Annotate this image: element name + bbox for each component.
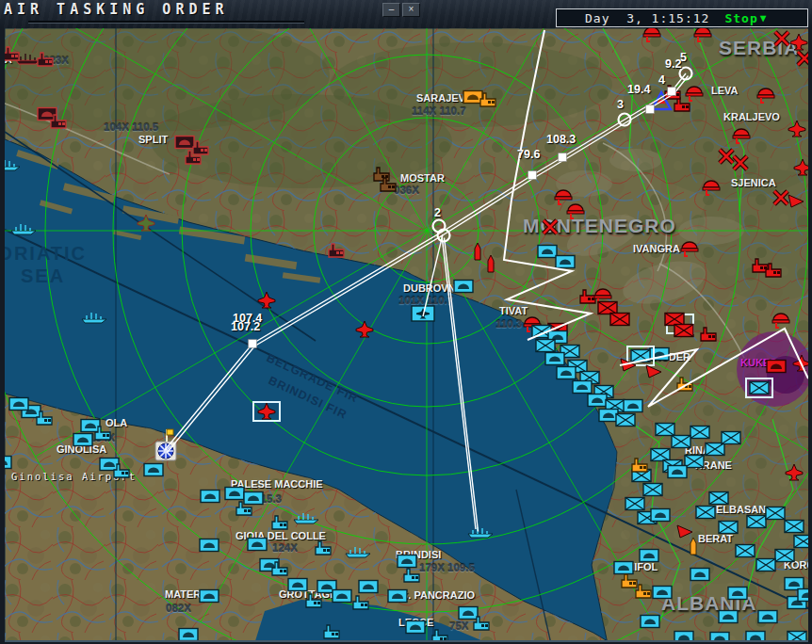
- unit-icon-ftb[interactable]: [412, 306, 434, 321]
- unit-icon-dep[interactable]: [557, 367, 576, 379]
- waypoint-square[interactable]: [668, 88, 676, 96]
- unit-icon-dep[interactable]: [388, 590, 407, 603]
- unit-icon-dep[interactable]: [674, 632, 693, 641]
- unit-icon-hq[interactable]: [756, 559, 775, 572]
- unit-icon-dep[interactable]: [5, 457, 11, 469]
- unit-icon-dep[interactable]: [545, 353, 564, 365]
- unit-icon-dep[interactable]: [201, 491, 219, 503]
- waypoint-square[interactable]: [528, 171, 537, 180]
- unit-icon-dep[interactable]: [640, 550, 658, 562]
- window-title: AIR TASKING ORDER: [4, 1, 229, 18]
- unit-icon-dep[interactable]: [798, 589, 808, 602]
- unit-icon-hq[interactable]: [750, 382, 769, 394]
- unit-icon-hq[interactable]: [785, 521, 804, 533]
- unit-icon-hq[interactable]: [656, 424, 674, 436]
- unit-icon-dep[interactable]: [653, 587, 672, 599]
- unit-icon-dep[interactable]: [333, 590, 351, 603]
- unit-icon-dep[interactable]: [244, 492, 263, 505]
- unit-icon-dep[interactable]: [459, 607, 478, 620]
- unit-icon-dep[interactable]: [710, 633, 729, 641]
- map-viewport[interactable]: SERBIAMONTENEGROALBANIAADRIATICSEABELGRA…: [5, 28, 808, 640]
- map-label: 110.3: [495, 318, 522, 330]
- unit-icon-hq[interactable]: [722, 432, 740, 444]
- map-label: 036X: [394, 185, 419, 196]
- unit-icon-hq[interactable]: [685, 456, 704, 468]
- unit-icon-dep[interactable]: [624, 400, 642, 412]
- sim-clock[interactable]: Day 3, 1:15:12 Stop ▼: [556, 8, 808, 27]
- map-label: S. PANCRAZIO: [401, 589, 475, 601]
- unit-icon-hq[interactable]: [690, 427, 709, 439]
- map-label: IVANGRA: [633, 243, 680, 254]
- waypoint-square[interactable]: [646, 105, 655, 114]
- unit-icon-hq[interactable]: [536, 340, 555, 352]
- unit-icon-dep[interactable]: [599, 410, 618, 422]
- dropdown-arrow-icon[interactable]: ▼: [760, 12, 767, 24]
- unit-icon-dep[interactable]: [767, 361, 786, 373]
- campaign-map[interactable]: SERBIAMONTENEGROALBANIAADRIATICSEABELGRA…: [5, 28, 808, 640]
- unit-icon-hq[interactable]: [788, 632, 806, 641]
- unit-icon-dep[interactable]: [614, 562, 633, 574]
- map-label: MOSTAR: [400, 172, 445, 184]
- minimize-button[interactable]: –: [382, 3, 400, 17]
- unit-icon-dep[interactable]: [668, 466, 687, 478]
- unit-icon-dep[interactable]: [758, 611, 777, 623]
- waypoint-label: 108.3: [546, 133, 576, 146]
- unit-icon-dep[interactable]: [538, 246, 557, 258]
- waypoint-square[interactable]: [249, 340, 257, 348]
- unit-icon-dep[interactable]: [81, 420, 100, 432]
- map-label: SEA: [21, 266, 65, 286]
- unit-icon-dep[interactable]: [248, 539, 267, 551]
- unit-icon-hq[interactable]: [616, 414, 635, 427]
- unit-icon-hq[interactable]: [706, 443, 724, 456]
- window-bottom-edge: [5, 640, 808, 642]
- unit-icon-dep[interactable]: [690, 569, 709, 581]
- unit-icon-dep[interactable]: [573, 381, 592, 394]
- unit-icon-dep[interactable]: [746, 632, 765, 641]
- unit-icon-hq[interactable]: [665, 314, 684, 326]
- unit-icon-dep[interactable]: [359, 581, 378, 593]
- unit-icon-dep[interactable]: [463, 91, 482, 104]
- unit-icon-hq[interactable]: [696, 507, 715, 519]
- unit-icon-dep[interactable]: [175, 137, 194, 149]
- map-label: 104X 110.5: [104, 121, 159, 133]
- unit-icon-dep[interactable]: [73, 434, 92, 446]
- unit-icon-dep[interactable]: [728, 588, 747, 600]
- unit-icon-hq[interactable]: [625, 498, 644, 510]
- unit-icon-hq[interactable]: [610, 314, 629, 326]
- unit-icon-hq[interactable]: [719, 522, 738, 534]
- unit-icon-dep[interactable]: [225, 488, 244, 500]
- unit-icon-dep[interactable]: [454, 281, 473, 293]
- unit-icon-dep[interactable]: [556, 256, 575, 268]
- waypoint-label: 79.6: [517, 148, 540, 161]
- unit-icon-dep[interactable]: [406, 621, 425, 634]
- unit-icon-dep[interactable]: [288, 579, 307, 591]
- unit-icon-hq[interactable]: [674, 325, 693, 337]
- unit-icon-dep[interactable]: [588, 394, 607, 407]
- unit-icon-dep[interactable]: [144, 464, 163, 476]
- unit-icon-dep[interactable]: [719, 611, 738, 623]
- sim-speed-stop[interactable]: Stop: [724, 11, 757, 25]
- unit-icon-hq[interactable]: [598, 302, 617, 314]
- unit-icon-dep[interactable]: [200, 590, 219, 603]
- waypoint-square[interactable]: [559, 153, 567, 162]
- unit-icon-dep[interactable]: [100, 459, 119, 471]
- unit-icon-dep[interactable]: [651, 509, 670, 522]
- titlebar-groove: [28, 21, 304, 23]
- unit-icon-hq[interactable]: [672, 436, 690, 448]
- unit-icon-hq[interactable]: [736, 545, 755, 557]
- unit-icon-hq[interactable]: [794, 536, 808, 548]
- unit-icon-hq[interactable]: [766, 507, 785, 520]
- unit-icon-hq[interactable]: [775, 550, 794, 562]
- unit-icon-dep[interactable]: [9, 398, 28, 411]
- map-label: SPLIT: [138, 134, 168, 145]
- unit-icon-dep[interactable]: [641, 616, 659, 628]
- unit-icon-hq[interactable]: [709, 492, 728, 505]
- unit-icon-dep[interactable]: [200, 539, 219, 552]
- unit-icon-hq[interactable]: [643, 484, 662, 496]
- unit-icon-hq[interactable]: [651, 449, 670, 461]
- unit-icon-dep[interactable]: [179, 629, 198, 641]
- unit-icon-dep[interactable]: [785, 578, 804, 590]
- unit-icon-hq[interactable]: [747, 516, 766, 528]
- close-button[interactable]: ×: [402, 3, 420, 17]
- unit-icon-dep[interactable]: [398, 555, 416, 568]
